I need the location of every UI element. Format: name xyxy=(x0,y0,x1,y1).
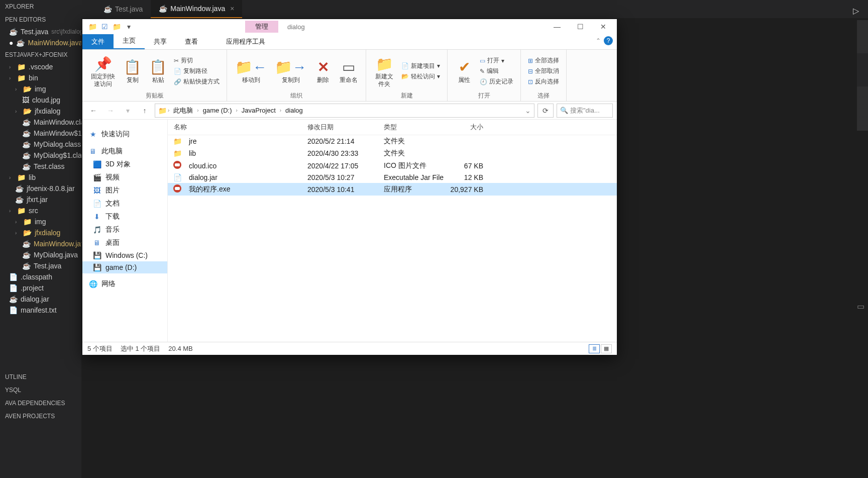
tree-item[interactable]: 📄manifest.txt xyxy=(0,305,81,316)
tab-home[interactable]: 主页 xyxy=(114,33,145,49)
paste-button[interactable]: 📋粘贴 xyxy=(146,52,170,90)
view-details-button[interactable]: ≣ xyxy=(589,344,600,353)
navpane-item[interactable]: 📄文档 xyxy=(82,197,167,210)
navpane-item[interactable]: 💾game (D:) xyxy=(82,261,167,273)
tree-item[interactable]: ☕MainWindow$1.cla xyxy=(0,128,81,139)
address-bar[interactable]: 📁› 此电脑› game (D:)› JavaProject› dialog ⌄ xyxy=(155,104,534,118)
search-input[interactable]: 🔍搜索"dia... xyxy=(557,104,613,118)
tab-apptools[interactable]: 应用程序工具 xyxy=(217,34,274,49)
help-icon[interactable]: ? xyxy=(604,36,613,45)
table-row[interactable]: 📄dialog.jar2020/5/3 10:27Executable Jar … xyxy=(168,172,617,183)
tab-test[interactable]: ☕Test.java xyxy=(95,0,151,18)
easy-access-button[interactable]: 📂轻松访问▾ xyxy=(399,72,442,81)
checkbox-icon[interactable]: ☑ xyxy=(100,23,108,31)
breadcrumb-seg[interactable]: 此电脑 xyxy=(170,105,196,116)
tree-item[interactable]: ☕jfxrt.jar xyxy=(0,194,81,205)
edit-button[interactable]: ✎编辑 xyxy=(478,66,515,76)
tree-item[interactable]: ☕MainWindow.class xyxy=(0,117,81,128)
dropdown-icon[interactable]: ▾ xyxy=(125,23,133,31)
editor-item[interactable]: ●☕MainWindow.java ... xyxy=(0,37,81,48)
tab-file[interactable]: 文件 xyxy=(82,34,114,49)
new-item-button[interactable]: 📄新建项目▾ xyxy=(399,61,442,71)
folder-icon[interactable]: 📁 xyxy=(113,23,121,31)
navpane-pc[interactable]: 🖥此电脑 xyxy=(82,145,167,158)
tab-view[interactable]: 查看 xyxy=(176,34,207,49)
tree-item[interactable]: 📄.project xyxy=(0,282,81,294)
col-size[interactable]: 大小 xyxy=(449,123,488,132)
tree-item[interactable]: ›📁img xyxy=(0,216,81,227)
paste-shortcut-button[interactable]: 🔗粘贴快捷方式 xyxy=(172,77,222,86)
navpane-quick[interactable]: ★快速访问 xyxy=(82,128,167,141)
breadcrumb-seg[interactable]: JavaProject xyxy=(239,106,279,115)
tree-item[interactable]: 🖼cloud.jpg xyxy=(0,94,81,106)
tree-item[interactable]: ☕Test.class xyxy=(0,161,81,172)
collapse-ribbon-icon[interactable]: ⌃ xyxy=(596,37,601,44)
run-icon[interactable]: ▷ xyxy=(853,6,859,16)
close-icon[interactable]: × xyxy=(230,5,234,13)
tree-item[interactable]: ☕MainWindow.java xyxy=(0,238,81,249)
up-button[interactable]: ↑ xyxy=(138,104,152,118)
copy-button[interactable]: 📋复制 xyxy=(121,52,144,90)
tree-item[interactable]: ›📁.vscode xyxy=(0,61,81,72)
close-button[interactable]: ✕ xyxy=(592,19,615,34)
minimize-button[interactable]: — xyxy=(546,19,569,34)
titlebar[interactable]: 📁 ☑ 📁 ▾ 管理 dialog — ☐ ✕ xyxy=(82,19,617,34)
forward-button[interactable]: → xyxy=(103,104,118,118)
outline-section[interactable]: UTLINE xyxy=(0,370,81,384)
refresh-button[interactable]: ⟳ xyxy=(537,104,554,118)
breadcrumb-seg[interactable]: game (D:) xyxy=(200,106,235,115)
tree-item[interactable]: 📄.classpath xyxy=(0,271,81,282)
maven-section[interactable]: AVEN PROJECTS xyxy=(0,410,81,423)
navpane-item[interactable]: 🖥桌面 xyxy=(82,236,167,249)
open-button[interactable]: ▭打开▾ xyxy=(478,56,515,65)
layout-icon[interactable]: ▭ xyxy=(857,302,863,312)
table-row[interactable]: cloud.ico2020/4/22 17:05ICO 图片文件67 KB xyxy=(168,159,617,172)
table-row[interactable]: 我的程序.exe2020/5/3 10:41应用程序20,927 KB xyxy=(168,183,617,196)
tree-item[interactable]: ›📂jfxdialog xyxy=(0,227,81,238)
tree-item[interactable]: ☕jfoenix-8.0.8.jar xyxy=(0,183,81,194)
copyto-button[interactable]: 📁→复制到 xyxy=(272,52,309,90)
view-icons-button[interactable]: ▦ xyxy=(601,344,612,353)
tab-mainwindow[interactable]: ☕MainWindow.java× xyxy=(151,0,242,18)
editor-item[interactable]: ☕Test.java src\jfxdialog xyxy=(0,26,81,37)
tab-share[interactable]: 共享 xyxy=(145,34,176,49)
navpane-item[interactable]: ⬇下载 xyxy=(82,210,167,223)
tree-item[interactable]: ›📁src xyxy=(0,205,81,216)
tree-item[interactable]: ›📁bin xyxy=(0,72,81,83)
table-row[interactable]: 📁jre2020/5/2 21:14文件夹 xyxy=(168,135,617,147)
maximize-button[interactable]: ☐ xyxy=(569,19,592,34)
navpane-item[interactable]: 🎬视频 xyxy=(82,171,167,184)
table-row[interactable]: 📁lib2020/4/30 23:33文件夹 xyxy=(168,147,617,159)
breadcrumb-seg[interactable]: dialog xyxy=(282,106,306,115)
invert-select-button[interactable]: ⊡反向选择 xyxy=(526,77,561,86)
new-folder-button[interactable]: 📁新建文件夹 xyxy=(371,52,397,90)
mysql-section[interactable]: YSQL xyxy=(0,384,81,397)
properties-button[interactable]: ✔属性 xyxy=(453,52,476,90)
minimap[interactable] xyxy=(857,20,868,131)
navpane-item[interactable]: 💾Windows (C:) xyxy=(82,249,167,261)
copy-path-button[interactable]: 📄复制路径 xyxy=(172,66,222,76)
col-type[interactable]: 类型 xyxy=(384,123,449,132)
delete-button[interactable]: ✕删除 xyxy=(311,52,335,90)
tree-item[interactable]: ☕MyDialog.class xyxy=(0,139,81,150)
select-none-button[interactable]: ⊟全部取消 xyxy=(526,66,561,76)
navpane-network[interactable]: 🌐网络 xyxy=(82,277,167,291)
select-all-button[interactable]: ⊞全部选择 xyxy=(526,56,561,65)
folder-icon[interactable]: 📁 xyxy=(88,23,96,31)
back-button[interactable]: ← xyxy=(86,104,100,118)
java-deps-section[interactable]: AVA DEPENDENCIES xyxy=(0,397,81,410)
tree-item[interactable]: ›📂img xyxy=(0,83,81,94)
tree-item[interactable]: ☕dialog.jar xyxy=(0,294,81,305)
col-date[interactable]: 修改日期 xyxy=(307,123,384,132)
tree-item[interactable]: ☕MyDialog$1.class xyxy=(0,150,81,161)
history-button[interactable]: 🕘历史记录 xyxy=(478,77,515,86)
rename-button[interactable]: ▭重命名 xyxy=(337,52,361,90)
tree-item[interactable]: ☕MyDialog.java xyxy=(0,249,81,260)
list-header[interactable]: 名称 修改日期 类型 大小 xyxy=(168,120,617,135)
cut-button[interactable]: ✂剪切 xyxy=(172,56,222,65)
tree-item[interactable]: ›📂jfxdialog xyxy=(0,106,81,117)
tree-item[interactable]: ›📁lib xyxy=(0,172,81,183)
tree-item[interactable]: ☕Test.java xyxy=(0,260,81,271)
navpane-item[interactable]: 🖼图片 xyxy=(82,184,167,197)
pin-button[interactable]: 📌固定到快速访问 xyxy=(87,52,119,90)
